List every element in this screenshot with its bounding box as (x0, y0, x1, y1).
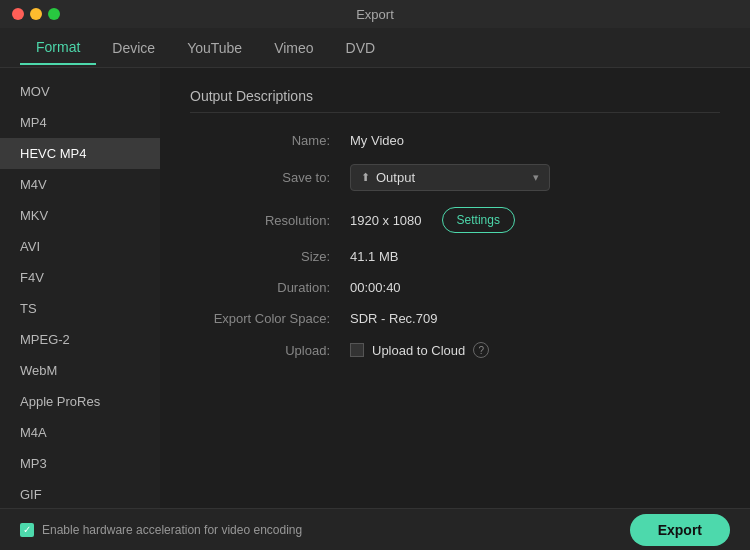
resolution-content: 1920 x 1080 Settings (350, 207, 515, 233)
sidebar-item-ts[interactable]: TS (0, 293, 160, 324)
sidebar-item-hevc-mp4[interactable]: HEVC MP4 (0, 138, 160, 169)
chevron-down-icon: ▾ (533, 171, 539, 184)
sidebar-item-mov[interactable]: MOV (0, 76, 160, 107)
size-value: 41.1 MB (350, 249, 720, 264)
size-label: Size: (190, 249, 350, 264)
tab-device[interactable]: Device (96, 32, 171, 64)
section-title: Output Descriptions (190, 88, 720, 113)
sidebar-item-mkv[interactable]: MKV (0, 200, 160, 231)
upload-label: Upload: (190, 343, 350, 358)
tab-youtube[interactable]: YouTube (171, 32, 258, 64)
upload-cloud-label: Upload to Cloud (372, 343, 465, 358)
save-to-row: Save to: ⬆ Output ▾ (190, 164, 720, 191)
hw-accel-label: Enable hardware acceleration for video e… (42, 523, 302, 537)
bottom-bar: ✓ Enable hardware acceleration for video… (0, 508, 750, 550)
save-to-value: Output (376, 170, 533, 185)
close-button[interactable] (12, 8, 24, 20)
sidebar-item-f4v[interactable]: F4V (0, 262, 160, 293)
name-row: Name: My Video (190, 133, 720, 148)
main-container: MOV MP4 HEVC MP4 M4V MKV AVI F4V TS MPEG… (0, 68, 750, 508)
sidebar-item-m4a[interactable]: M4A (0, 417, 160, 448)
duration-value: 00:00:40 (350, 280, 720, 295)
tab-vimeo[interactable]: Vimeo (258, 32, 329, 64)
tab-dvd[interactable]: DVD (330, 32, 392, 64)
hw-accel-row: ✓ Enable hardware acceleration for video… (20, 523, 302, 537)
sidebar: MOV MP4 HEVC MP4 M4V MKV AVI F4V TS MPEG… (0, 68, 160, 508)
settings-button[interactable]: Settings (442, 207, 515, 233)
upload-cloud-checkbox[interactable] (350, 343, 364, 357)
resolution-row: Resolution: 1920 x 1080 Settings (190, 207, 720, 233)
tabs-bar: Format Device YouTube Vimeo DVD (0, 28, 750, 68)
traffic-lights (12, 8, 60, 20)
upload-content: Upload to Cloud ? (350, 342, 489, 358)
name-label: Name: (190, 133, 350, 148)
save-to-label: Save to: (190, 170, 350, 185)
sidebar-item-mp4[interactable]: MP4 (0, 107, 160, 138)
color-space-label: Export Color Space: (190, 311, 350, 326)
upload-row: Upload: Upload to Cloud ? (190, 342, 720, 358)
save-to-dropdown[interactable]: ⬆ Output ▾ (350, 164, 550, 191)
export-button[interactable]: Export (630, 514, 730, 546)
help-icon[interactable]: ? (473, 342, 489, 358)
sidebar-item-m4v[interactable]: M4V (0, 169, 160, 200)
sidebar-item-mp3[interactable]: MP3 (0, 448, 160, 479)
duration-label: Duration: (190, 280, 350, 295)
sidebar-item-webm[interactable]: WebM (0, 355, 160, 386)
resolution-label: Resolution: (190, 213, 350, 228)
minimize-button[interactable] (30, 8, 42, 20)
color-space-value: SDR - Rec.709 (350, 311, 720, 326)
size-row: Size: 41.1 MB (190, 249, 720, 264)
window-title: Export (356, 7, 394, 22)
maximize-button[interactable] (48, 8, 60, 20)
name-value: My Video (350, 133, 720, 148)
sidebar-item-gif[interactable]: GIF (0, 479, 160, 508)
content-area: Output Descriptions Name: My Video Save … (160, 68, 750, 508)
color-space-row: Export Color Space: SDR - Rec.709 (190, 311, 720, 326)
folder-icon: ⬆ (361, 171, 370, 184)
resolution-value: 1920 x 1080 (350, 213, 422, 228)
hw-accel-checkbox[interactable]: ✓ (20, 523, 34, 537)
checkmark-icon: ✓ (23, 524, 31, 535)
title-bar: Export (0, 0, 750, 28)
duration-row: Duration: 00:00:40 (190, 280, 720, 295)
tab-format[interactable]: Format (20, 31, 96, 65)
sidebar-item-avi[interactable]: AVI (0, 231, 160, 262)
sidebar-item-apple-prores[interactable]: Apple ProRes (0, 386, 160, 417)
sidebar-item-mpeg2[interactable]: MPEG-2 (0, 324, 160, 355)
